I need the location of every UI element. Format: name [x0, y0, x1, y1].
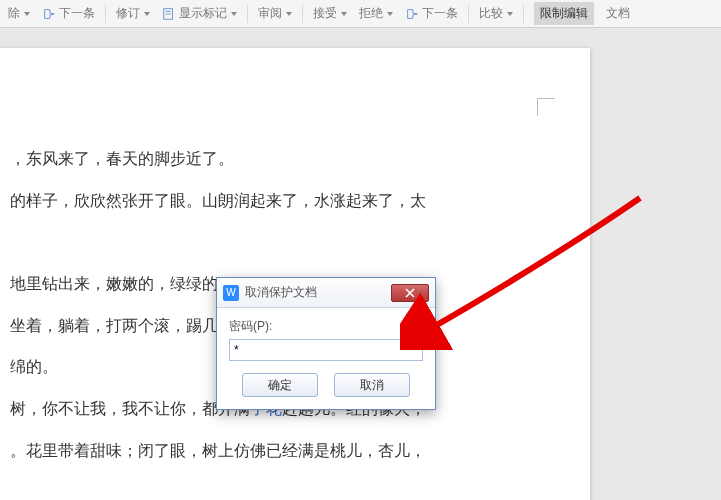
document-button[interactable]: 文档 [600, 3, 636, 24]
chevron-down-icon [387, 12, 393, 16]
chevron-down-icon [507, 12, 513, 16]
accept-label: 接受 [313, 5, 337, 22]
next-icon [405, 7, 419, 21]
compare-button[interactable]: 比较 [473, 3, 519, 24]
reject-button[interactable]: 拒绝 [353, 3, 399, 24]
divider [468, 5, 469, 23]
chevron-down-icon [144, 12, 150, 16]
document-page[interactable]: ，东风来了，春天的脚步近了。 的样子，欣欣然张开了眼。山朗润起来了，水涨起来了，… [0, 48, 590, 500]
divider [105, 5, 106, 23]
text-line: 。花里带着甜味；闭了眼，树上仿佛已经满是桃儿，杏儿， [10, 430, 550, 472]
markup-icon [162, 7, 176, 21]
accept-button[interactable]: 接受 [307, 3, 353, 24]
close-button[interactable] [391, 284, 429, 302]
next-label: 下一条 [59, 5, 95, 22]
divider [523, 5, 524, 23]
close-icon [405, 288, 415, 298]
ribbon-toolbar: 除 下一条 修订 显示标记 审阅 接受 拒绝 下一条 比较 限制编辑 [0, 0, 721, 28]
chevron-down-icon [231, 12, 237, 16]
restrict-editing-button[interactable]: 限制编辑 [528, 0, 600, 27]
document-label: 文档 [606, 5, 630, 22]
dialog-titlebar[interactable]: W 取消保护文档 [217, 278, 435, 308]
crop-mark-icon [537, 98, 555, 116]
next-change-button-2[interactable]: 下一条 [399, 3, 464, 24]
revise-button[interactable]: 修订 [110, 3, 156, 24]
compare-label: 比较 [479, 5, 503, 22]
review-button[interactable]: 审阅 [252, 3, 298, 24]
password-input[interactable] [229, 339, 423, 361]
dialog-button-row: 确定 取消 [229, 373, 423, 397]
next-icon [42, 7, 56, 21]
password-label: 密码(P): [229, 318, 423, 335]
show-markup-button[interactable]: 显示标记 [156, 3, 243, 24]
next-change-button-1[interactable]: 下一条 [36, 3, 101, 24]
reject-label: 拒绝 [359, 5, 383, 22]
review-label: 审阅 [258, 5, 282, 22]
text-line: 的样子，欣欣然张开了眼。山朗润起来了，水涨起来了，太 [10, 180, 550, 222]
revise-label: 修订 [116, 5, 140, 22]
ok-button[interactable]: 确定 [242, 373, 318, 397]
divider [302, 5, 303, 23]
document-viewport: ，东风来了，春天的脚步近了。 的样子，欣欣然张开了眼。山朗润起来了，水涨起来了，… [0, 28, 721, 500]
text-span: 树，你不让我，我不让你，都开满 [10, 400, 250, 417]
text-line: ，东风来了，春天的脚步近了。 [10, 138, 550, 180]
next-label: 下一条 [422, 5, 458, 22]
delete-label: 除 [8, 5, 20, 22]
unprotect-document-dialog: W 取消保护文档 密码(P): 确定 取消 [216, 277, 436, 410]
divider [247, 5, 248, 23]
dialog-title-text: 取消保护文档 [245, 284, 317, 301]
chevron-down-icon [286, 12, 292, 16]
dialog-body: 密码(P): 确定 取消 [217, 308, 435, 409]
chevron-down-icon [341, 12, 347, 16]
delete-button[interactable]: 除 [2, 3, 36, 24]
show-markup-label: 显示标记 [179, 5, 227, 22]
chevron-down-icon [24, 12, 30, 16]
app-icon: W [223, 285, 239, 301]
cancel-button[interactable]: 取消 [334, 373, 410, 397]
restrict-label: 限制编辑 [534, 2, 594, 25]
